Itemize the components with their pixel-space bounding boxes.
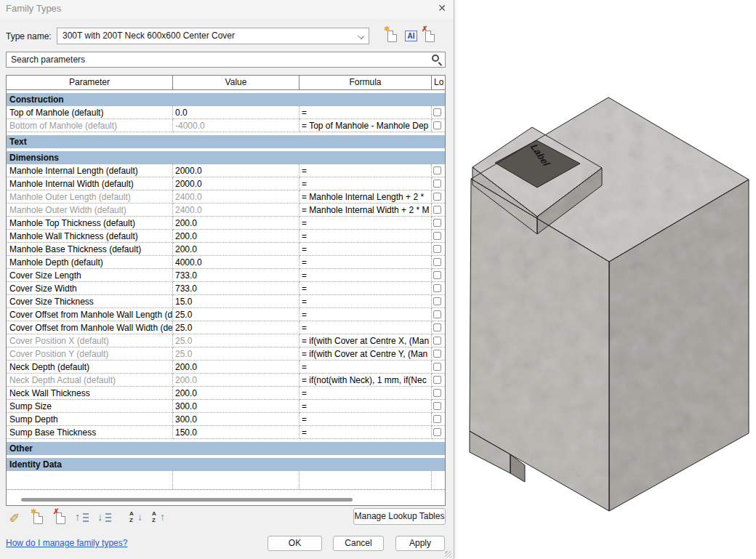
column-header-formula[interactable]: Formula: [299, 76, 432, 89]
formula-cell[interactable]: =: [299, 426, 432, 439]
value-cell[interactable]: 200.0: [173, 230, 299, 243]
parameter-name-cell[interactable]: Manhole Internal Width (default): [7, 177, 173, 190]
delete-type-button[interactable]: ✗: [423, 29, 438, 44]
parameter-name-cell[interactable]: Manhole Depth (default): [7, 256, 173, 269]
section-header-row[interactable]: Other: [7, 442, 445, 455]
modify-parameter-button[interactable]: ✎: [7, 510, 23, 526]
formula-cell[interactable]: [299, 471, 432, 489]
formula-cell[interactable]: =: [299, 295, 432, 308]
formula-cell[interactable]: =: [299, 400, 432, 413]
lock-checkbox[interactable]: [433, 310, 441, 318]
value-cell[interactable]: 733.0: [173, 282, 299, 295]
lock-checkbox[interactable]: [433, 350, 441, 358]
lock-checkbox[interactable]: [433, 428, 441, 436]
horizontal-scrollbar[interactable]: [8, 497, 443, 503]
value-cell[interactable]: -4000.0: [173, 119, 299, 132]
parameter-name-cell[interactable]: Cover Size Length: [7, 269, 173, 282]
value-cell[interactable]: 300.0: [173, 400, 299, 413]
lock-checkbox[interactable]: [433, 219, 441, 227]
formula-cell[interactable]: = if(with Cover at Centre X, (Man: [299, 334, 432, 347]
formula-cell[interactable]: = if(not(with Neck), 1 mm, if(Nec: [299, 374, 432, 387]
lock-checkbox[interactable]: [433, 389, 441, 397]
value-cell[interactable]: 25.0: [173, 334, 299, 347]
parameter-name-cell[interactable]: Manhole Base Thickness (default): [7, 243, 173, 256]
parameter-name-cell[interactable]: Bottom of Manhole (default): [7, 119, 173, 132]
parameter-name-cell[interactable]: Sump Size: [7, 400, 173, 413]
formula-cell[interactable]: =: [299, 413, 432, 426]
ok-button[interactable]: OK: [268, 536, 322, 551]
lock-checkbox[interactable]: [433, 108, 441, 116]
section-header-row[interactable]: Identity Data: [7, 458, 445, 471]
sort-descending-button[interactable]: AZ ↑: [151, 510, 167, 526]
parameter-name-cell[interactable]: Neck Depth (default): [7, 361, 173, 374]
lock-checkbox[interactable]: [433, 337, 441, 345]
formula-cell[interactable]: =: [299, 321, 432, 334]
parameter-name-cell[interactable]: Manhole Outer Width (default): [7, 204, 173, 217]
column-header-lock[interactable]: Lo: [432, 76, 445, 89]
formula-cell[interactable]: = if(with Cover at Centre Y, (Man: [299, 347, 432, 361]
lock-checkbox[interactable]: [433, 193, 441, 201]
formula-cell[interactable]: =: [299, 308, 432, 321]
search-parameters-input[interactable]: Search parameters: [6, 52, 446, 68]
formula-cell[interactable]: =: [299, 177, 432, 190]
lock-checkbox[interactable]: [433, 206, 441, 214]
parameter-name-cell[interactable]: Cover Size Thickness: [7, 295, 173, 308]
move-parameter-down-button[interactable]: ↓: [97, 510, 113, 526]
value-cell[interactable]: 25.0: [173, 308, 299, 321]
value-cell[interactable]: 200.0: [173, 361, 299, 374]
value-cell[interactable]: 200.0: [173, 217, 299, 230]
value-cell[interactable]: 25.0: [173, 321, 299, 334]
parameter-name-cell[interactable]: [7, 471, 173, 489]
resize-grip[interactable]: [445, 551, 451, 558]
type-name-combobox[interactable]: 300T with 200T Neck 600x600 Center Cover: [57, 28, 369, 44]
formula-cell[interactable]: =: [299, 164, 432, 177]
cancel-button[interactable]: Cancel: [333, 536, 384, 551]
apply-button[interactable]: Apply: [395, 536, 445, 551]
lock-checkbox[interactable]: [433, 245, 441, 253]
lock-checkbox[interactable]: [433, 376, 441, 384]
parameter-name-cell[interactable]: Cover Offset from Manhole Wall Length (d: [7, 308, 173, 321]
lock-checkbox[interactable]: [433, 402, 441, 410]
value-cell[interactable]: 300.0: [173, 413, 299, 426]
sort-ascending-button[interactable]: AZ ↓: [129, 510, 145, 526]
formula-cell[interactable]: = Manhole Internal Width + 2 * M: [299, 204, 432, 217]
value-cell[interactable]: 150.0: [173, 426, 299, 439]
formula-cell[interactable]: = Manhole Internal Length + 2 *: [299, 190, 432, 204]
formula-cell[interactable]: =: [299, 230, 432, 243]
scrollbar-thumb[interactable]: [21, 498, 353, 502]
lock-checkbox[interactable]: [433, 323, 441, 331]
value-cell[interactable]: 2400.0: [173, 190, 299, 204]
column-header-parameter[interactable]: Parameter: [7, 76, 173, 89]
dialog-titlebar[interactable]: Family Types ✕: [0, 0, 454, 19]
parameter-name-cell[interactable]: Manhole Wall Thickness (default): [7, 230, 173, 243]
lock-checkbox[interactable]: [433, 363, 441, 371]
section-header-row[interactable]: Construction: [7, 93, 445, 106]
parameter-name-cell[interactable]: Top of Manhole (default): [7, 106, 173, 119]
lock-checkbox[interactable]: [433, 297, 441, 305]
parameter-name-cell[interactable]: Manhole Top Thickness (default): [7, 217, 173, 230]
formula-cell[interactable]: =: [299, 106, 432, 119]
parameter-name-cell[interactable]: Manhole Outer Length (default): [7, 190, 173, 204]
lock-checkbox[interactable]: [433, 415, 441, 423]
lock-checkbox[interactable]: [433, 258, 441, 266]
parameter-name-cell[interactable]: Cover Position Y (default): [7, 347, 173, 361]
formula-cell[interactable]: =: [299, 282, 432, 295]
value-cell[interactable]: 200.0: [173, 387, 299, 400]
chevron-down-icon[interactable]: [358, 33, 364, 39]
formula-cell[interactable]: = Top of Manhole - Manhole Dep: [299, 119, 432, 132]
value-cell[interactable]: 2000.0: [173, 164, 299, 177]
formula-cell[interactable]: =: [299, 243, 432, 256]
section-header-row[interactable]: Text: [7, 135, 445, 148]
lock-checkbox[interactable]: [433, 166, 441, 174]
value-cell[interactable]: 200.0: [173, 374, 299, 387]
lock-checkbox[interactable]: [433, 232, 441, 240]
value-cell[interactable]: [173, 471, 299, 489]
value-cell[interactable]: 0.0: [173, 106, 299, 119]
parameter-name-cell[interactable]: Sump Base Thickness: [7, 426, 173, 439]
lock-checkbox[interactable]: [433, 284, 441, 292]
column-header-value[interactable]: Value: [173, 76, 299, 89]
rename-type-button[interactable]: AI: [404, 29, 419, 44]
parameter-name-cell[interactable]: Neck Wall Thickness: [7, 387, 173, 400]
formula-cell[interactable]: =: [299, 256, 432, 269]
parameter-name-cell[interactable]: Neck Depth Actual (default): [7, 374, 173, 387]
